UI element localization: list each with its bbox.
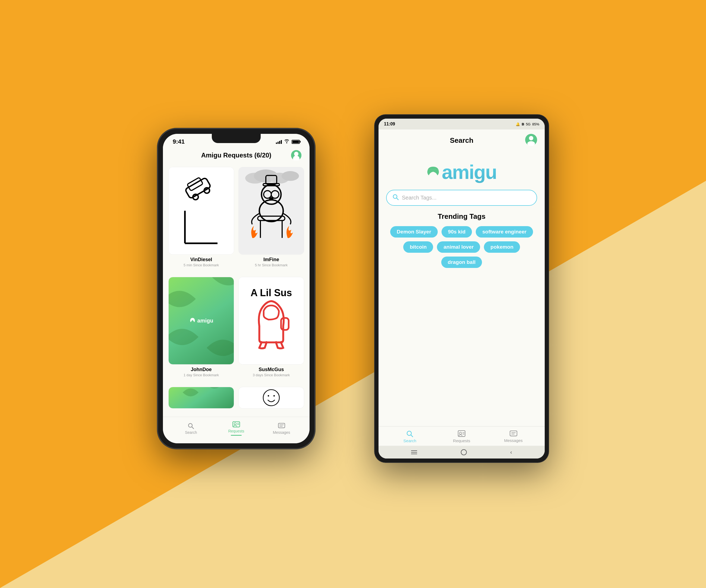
android-status-icons: 🔔 𝗕 5G 85%	[516, 122, 539, 126]
trending-section: Trending Tags Demon Slayer 90s kid softw…	[386, 212, 537, 272]
svg-point-23	[269, 197, 273, 200]
android-bluetooth-icon: 𝗕	[522, 122, 524, 126]
android-notification-icon: 🔔	[516, 122, 520, 126]
tab-item-requests[interactable]: Requests	[214, 421, 259, 436]
iphone-header: Amigu Requests (6/20)	[163, 147, 310, 164]
tags-row-1: Demon Slayer 90s kid software engineer	[386, 226, 537, 238]
user-card-image-partial-left	[168, 387, 234, 408]
android-nav-home[interactable]	[461, 449, 467, 455]
right-phone-android: 11:09 🔔 𝗕 5G 85% Search	[375, 115, 549, 462]
svg-point-32	[234, 423, 236, 425]
user-card-name-vindiesel: VinDiesel	[190, 257, 212, 263]
amigu-logo: amigu	[427, 161, 497, 183]
user-card-time-susmcgus: 3 days Since Bookmark	[253, 373, 290, 377]
android-tab-bar: Search Requests	[379, 426, 545, 446]
tab-item-messages[interactable]: Messages	[259, 423, 304, 435]
android-tab-label-search: Search	[403, 438, 417, 443]
amigu-logo-text: amigu	[442, 161, 497, 183]
svg-point-2	[293, 157, 300, 160]
profile-avatar-icon[interactable]	[291, 150, 302, 160]
tab-active-indicator	[231, 435, 242, 436]
iphone-status-icons	[276, 139, 300, 145]
wifi-icon	[284, 139, 289, 145]
left-phone-iphone: 9:41	[157, 128, 315, 449]
tag-animal-lover[interactable]: animal lover	[437, 241, 480, 253]
android-nav-bar: ‹	[379, 446, 545, 459]
tab-item-search[interactable]: Search	[168, 423, 214, 435]
tag-pokemon[interactable]: pokemon	[484, 241, 520, 253]
user-card-time-imfine: 5 hr Since Bookmark	[255, 263, 288, 267]
requests-tab-icon	[232, 421, 240, 428]
signal-bars-icon	[276, 140, 282, 144]
user-card-name-johndoe: JohnDoe	[191, 367, 211, 373]
tab-label-requests: Requests	[228, 429, 244, 433]
tag-dragon-ball[interactable]: dragon ball	[441, 257, 482, 268]
iphone-time: 9:41	[173, 138, 185, 145]
svg-point-21	[271, 191, 279, 198]
android-header-title: Search	[398, 136, 525, 145]
user-card-name-imfine: ImFine	[263, 257, 279, 263]
svg-point-20	[264, 191, 271, 198]
android-content: amigu Search Tags... Trending Tags	[379, 150, 545, 426]
user-card-johndoe[interactable]: amigu JohnDoe 1 day Since Bookmark	[168, 277, 234, 383]
tag-bitcoin[interactable]: bitcoin	[403, 241, 433, 253]
phones-container: 9:41	[157, 115, 549, 462]
android-tab-label-requests: Requests	[453, 438, 470, 443]
user-card-susmcgus[interactable]: A Lil Sus SusMcG	[238, 277, 304, 383]
svg-point-0	[291, 150, 302, 160]
iphone-tab-bar: Search Requests	[163, 417, 310, 443]
tags-row-2: bitcoin animal lover pokemon dragon ball	[386, 241, 537, 268]
android-tab-label-messages: Messages	[504, 438, 522, 443]
messages-tab-icon	[277, 423, 286, 429]
user-card-name-susmcgus: SusMcGus	[259, 367, 284, 373]
svg-line-30	[192, 427, 194, 429]
user-card-image-partial-right	[238, 387, 304, 408]
svg-point-46	[460, 432, 462, 434]
android-header: Search	[379, 129, 545, 150]
user-card-image-vindiesel	[168, 167, 234, 254]
svg-rect-35	[278, 423, 285, 428]
tab-label-messages: Messages	[273, 430, 290, 435]
android-battery-icon: 85%	[532, 122, 539, 126]
search-bar-icon	[393, 194, 399, 201]
search-tab-icon	[187, 423, 195, 429]
user-card-partial-right[interactable]	[238, 387, 304, 414]
svg-rect-49	[510, 431, 517, 436]
tag-demon-slayer[interactable]: Demon Slayer	[390, 226, 438, 238]
svg-point-16	[259, 200, 283, 222]
svg-point-27	[268, 395, 269, 396]
android-tab-messages[interactable]: Messages	[487, 431, 539, 443]
user-card-partial-left[interactable]	[168, 387, 234, 414]
svg-point-1	[295, 152, 298, 156]
android-nav-menu[interactable]	[411, 450, 417, 454]
user-card-imfine[interactable]: ImFine 5 hr Since Bookmark	[238, 167, 304, 273]
android-status-bar: 11:09 🔔 𝗕 5G 85%	[379, 119, 545, 129]
tag-90s-kid[interactable]: 90s kid	[441, 226, 472, 238]
iphone-notch	[212, 134, 261, 143]
svg-line-42	[397, 198, 399, 200]
svg-point-39	[529, 136, 533, 140]
svg-rect-25	[281, 318, 289, 330]
user-card-time-vindiesel: 5 min Since Bookmark	[184, 263, 219, 267]
user-card-image-johndoe: amigu	[168, 277, 234, 364]
svg-text:A Lil Sus: A Lil Sus	[251, 287, 292, 298]
android-profile-avatar[interactable]	[525, 134, 537, 147]
android-nav-back[interactable]: ‹	[510, 449, 512, 455]
user-card-vindiesel[interactable]: VinDiesel 5 min Since Bookmark	[168, 167, 234, 273]
amigu-leaf-icon	[427, 166, 440, 179]
tag-software-engineer[interactable]: software engineer	[476, 226, 533, 238]
iphone-screen: 9:41	[163, 134, 310, 443]
trending-title: Trending Tags	[386, 212, 537, 221]
iphone-content: VinDiesel 5 min Since Bookmark	[163, 164, 310, 417]
battery-icon	[291, 140, 300, 144]
svg-line-44	[411, 435, 413, 437]
android-screen: 11:09 🔔 𝗕 5G 85% Search	[379, 119, 545, 459]
tab-label-search: Search	[185, 430, 197, 435]
johndoe-logo-text: amigu	[197, 318, 213, 324]
android-tab-search[interactable]: Search	[384, 430, 436, 443]
search-bar-placeholder: Search Tags...	[402, 195, 531, 201]
svg-point-12	[282, 171, 299, 181]
android-signal-icon: 5G	[526, 122, 531, 126]
search-bar[interactable]: Search Tags...	[386, 190, 537, 206]
android-tab-requests[interactable]: Requests	[436, 430, 488, 443]
